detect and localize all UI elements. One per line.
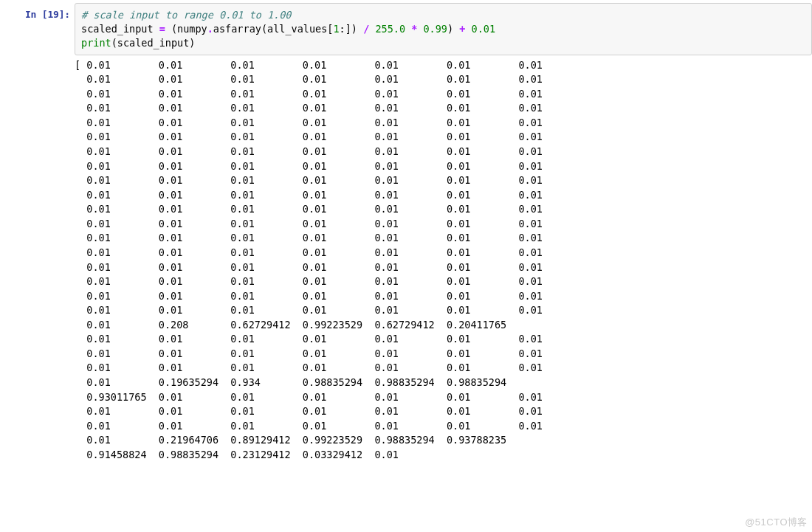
code-num: 0.01 (472, 23, 496, 35)
prompt-suffix: ]: (59, 9, 70, 20)
code-print: print (81, 37, 111, 49)
code-paren: ) (447, 23, 459, 35)
code-sp (405, 23, 411, 35)
code-num: 255.0 (375, 23, 405, 35)
code-sp (465, 23, 471, 35)
code-input[interactable]: # scale input to range 0.01 to 1.00 scal… (75, 3, 812, 55)
code-dot: . (207, 23, 213, 35)
cell-output: [ 0.01 0.01 0.01 0.01 0.01 0.01 0.01 0.0… (75, 55, 812, 463)
code-asfarray: asfarray (213, 23, 261, 35)
code-arg: scaled_input (117, 37, 190, 49)
code-paren: ) (189, 37, 195, 49)
code-colon: : (340, 23, 345, 35)
code-var: scaled_input (81, 23, 154, 35)
cell-body: # scale input to range 0.01 to 1.00 scal… (75, 3, 812, 462)
code-paren: ( (111, 37, 117, 49)
code-numpy: numpy (177, 23, 207, 35)
watermark-text: @51CTO博客 (745, 516, 808, 529)
input-prompt: In [19]: (0, 3, 75, 20)
code-bracket: ]) (345, 23, 363, 35)
code-num: 1 (333, 23, 339, 35)
code-eq: = (154, 23, 171, 35)
code-allvalues: all_values (267, 23, 327, 35)
code-comment: # scale input to range 0.01 to 1.00 (81, 9, 291, 21)
execution-count: 19 (47, 9, 58, 20)
code-paren: ( (171, 23, 177, 35)
code-paren: ( (261, 23, 267, 35)
code-num: 0.99 (423, 23, 447, 35)
prompt-prefix: In [ (25, 9, 48, 20)
notebook-cell: In [19]: # scale input to range 0.01 to … (0, 0, 812, 462)
